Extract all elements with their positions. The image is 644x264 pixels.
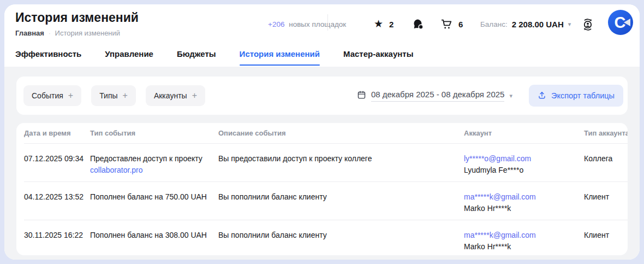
main-page: История изменений Главная · История изме… [4, 4, 640, 260]
cell-description: Вы пополнили баланс клиенту [218, 191, 464, 220]
new-platforms-link[interactable]: +206 новых площадок [268, 20, 346, 28]
col-header-description: Описание события [218, 129, 464, 137]
filter-types[interactable]: Типы + [91, 85, 136, 106]
breadcrumb-separator: · [49, 30, 51, 37]
cell-account-type: Клиент [584, 230, 628, 255]
logo-cursor-icon [624, 19, 630, 26]
page-title: История изменений [15, 10, 139, 25]
content-area: События + Типы + Аккаунты + 08 [4, 67, 640, 260]
account-activity-button[interactable] [581, 17, 595, 34]
cell-account: ma*****k@gmail.com Marko Hr****k [464, 230, 584, 255]
upload-icon [538, 91, 546, 101]
chevron-down-icon: ▾ [568, 21, 571, 27]
tab-effectiveness[interactable]: Эффективность [15, 49, 81, 66]
tab-master-accounts[interactable]: Мастер-аккаунты [343, 49, 413, 66]
event-type-text: Пополнен баланс на 750.00 UAH [90, 192, 207, 201]
breadcrumb-current: История изменений [55, 29, 121, 37]
tab-bar: Эффективность Управление Бюджеты История… [15, 49, 413, 66]
filter-events-label: События [32, 91, 63, 100]
star-icon: ★ [374, 18, 383, 30]
balance-dropdown[interactable]: Баланс: 2 208.00 UAH ▾ [480, 20, 571, 29]
cell-account-type: Коллега [584, 153, 628, 181]
calendar-icon [357, 90, 366, 102]
table-row: 30.11.2025 16:22 Пополнен баланс на 308.… [24, 220, 628, 255]
cell-event-type: Пополнен баланс на 308.00 UAH [90, 230, 218, 255]
app-logo[interactable]: C [608, 10, 633, 35]
header: История изменений Главная · История изме… [4, 4, 640, 47]
plus-icon: + [123, 91, 128, 101]
account-name: Lyudmyla Fe****o [464, 166, 523, 174]
plus-icon: + [68, 91, 73, 101]
plus-icon: + [192, 91, 197, 101]
filter-events[interactable]: События + [23, 85, 81, 106]
col-header-event-type: Тип события [90, 129, 218, 137]
col-header-account: Аккаунт [464, 129, 584, 137]
history-table: Дата и время Тип события Описание событи… [16, 123, 628, 255]
chevron-down-icon: ▾ [509, 92, 512, 99]
cell-account: ma*****k@gmail.com Marko Hr****k [464, 191, 584, 220]
chats-button[interactable] [412, 18, 424, 30]
breadcrumb: Главная · История изменений [15, 29, 120, 37]
cell-account: ly*****o@gmail.com Lyudmyla Fe****o [464, 153, 584, 181]
cell-event-type: Пополнен баланс на 750.00 UAH [90, 191, 218, 220]
user-sync-icon [581, 24, 595, 33]
cell-description: Вы пополнили баланс клиенту [218, 230, 464, 255]
table-row: 04.12.2025 13:52 Пополнен баланс на 750.… [24, 182, 628, 220]
export-table-button[interactable]: Экспорт таблицы [529, 85, 623, 107]
balance-label: Баланс: [480, 20, 508, 28]
balance-value: 2 208.00 UAH [512, 20, 564, 29]
event-type-text: Предоставлен доступ к проекту [90, 154, 202, 163]
cell-event-type: Предоставлен доступ к проекту collaborat… [90, 153, 218, 181]
filter-accounts-label: Аккаунты [154, 91, 187, 100]
new-platforms-label: новых площадок [289, 20, 346, 28]
cart-count: 6 [458, 20, 463, 29]
new-platforms-count: +206 [268, 20, 284, 28]
cart-icon [440, 18, 452, 30]
col-header-account-type: Тип аккаунта [584, 129, 628, 137]
cell-datetime: 30.11.2025 16:22 [24, 230, 90, 255]
table-header-row: Дата и время Тип события Описание событи… [24, 123, 628, 144]
filters-card: События + Типы + Аккаунты + 08 [16, 77, 628, 115]
breadcrumb-home-link[interactable]: Главная [15, 29, 44, 37]
table-row: 07.12.2025 09:34 Предоставлен доступ к п… [24, 144, 628, 182]
filter-types-label: Типы [99, 91, 117, 100]
export-table-label: Экспорт таблицы [551, 91, 615, 100]
account-email-link[interactable]: ma*****k@gmail.com [464, 231, 536, 239]
date-range-value: 08 декабря 2025 - 08 декабря 2025 [371, 90, 505, 102]
favorites-counter[interactable]: ★ 2 [374, 18, 393, 30]
account-name: Marko Hr****k [464, 242, 511, 251]
tab-budgets[interactable]: Бюджеты [177, 49, 216, 66]
cell-datetime: 07.12.2025 09:34 [24, 153, 90, 181]
chat-icon [412, 18, 424, 30]
cell-description: Вы предоставили доступ к проекту коллеге [218, 153, 464, 181]
col-header-datetime: Дата и время [24, 129, 90, 137]
tab-management[interactable]: Управление [105, 49, 153, 66]
cell-account-type: Клиент [584, 191, 628, 220]
tab-change-history[interactable]: История изменений [240, 49, 320, 66]
date-range-picker[interactable]: 08 декабря 2025 - 08 декабря 2025 ▾ [357, 90, 512, 102]
account-name: Marko Hr****k [464, 204, 511, 213]
header-divider [327, 14, 328, 31]
project-link[interactable]: collaborator.pro [90, 165, 143, 176]
cell-datetime: 04.12.2025 13:52 [24, 191, 90, 220]
account-email-link[interactable]: ly*****o@gmail.com [464, 154, 531, 163]
account-email-link[interactable]: ma*****k@gmail.com [464, 192, 536, 201]
cart-counter[interactable]: 6 [440, 18, 463, 30]
filter-accounts[interactable]: Аккаунты + [146, 85, 205, 106]
event-type-text: Пополнен баланс на 308.00 UAH [90, 231, 207, 239]
favorites-count: 2 [389, 20, 393, 29]
